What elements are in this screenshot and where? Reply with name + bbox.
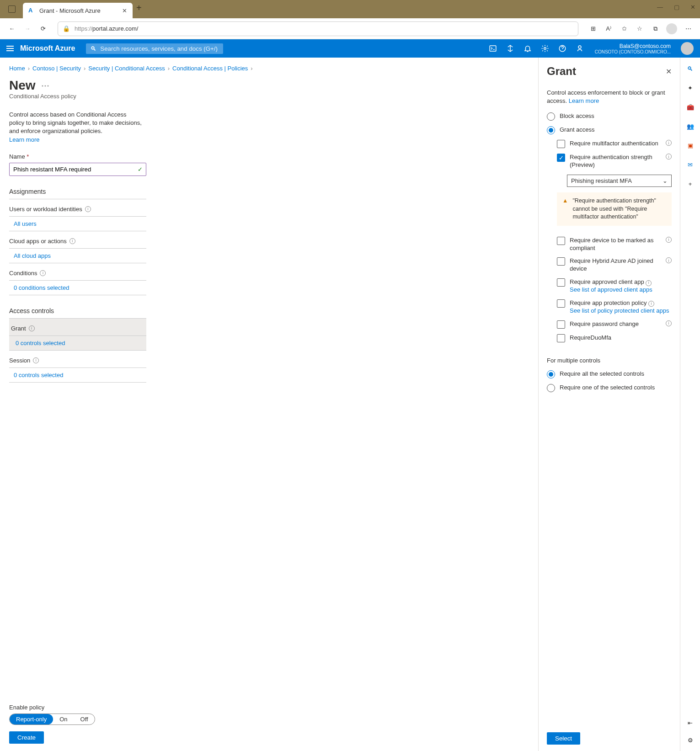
profile-avatar[interactable] [666,23,677,34]
new-tab-button[interactable]: + [136,3,142,13]
grant-learn-more[interactable]: Learn more [569,97,599,104]
enable-policy-toggle[interactable]: Report-only On Off [9,714,95,725]
create-button[interactable]: Create [9,731,44,744]
right-rail: 🔍︎ ✦ 🧰 👥 ▣ ✉ + ⇤ ⚙ [680,58,700,751]
app-protection-checkbox[interactable] [557,299,565,308]
cloud-shell-icon[interactable] [489,44,497,53]
favorites-bar-icon[interactable]: ☆ [635,24,644,33]
block-radio[interactable] [547,112,555,121]
info-icon[interactable]: i [666,237,672,243]
conditions-row[interactable]: Conditionsi [9,263,146,281]
info-icon[interactable]: i [40,270,46,276]
grant-radio[interactable] [547,126,555,134]
check-icon: ✓ [138,166,143,173]
rail-add-icon[interactable]: + [685,178,696,189]
breadcrumb-policies[interactable]: Conditional Access | Policies [172,65,248,72]
rail-settings-icon[interactable]: ⚙ [685,735,696,746]
url-input[interactable]: 🔒 https://portal.azure.com/ [58,21,578,36]
more-icon[interactable]: ⋯ [684,24,693,33]
multi-all-label: Require all the selected controls [560,370,672,378]
auth-strength-select[interactable]: Phishing resistant MFA ⌄ [567,175,672,187]
apps-value[interactable]: All cloud apps [14,252,51,259]
azure-brand[interactable]: Microsoft Azure [20,44,75,53]
multi-all-radio[interactable] [547,370,555,378]
svg-point-1 [544,48,546,50]
refresh-icon[interactable]: ⟳ [38,24,48,33]
app-protection-label: Require app protection policy [570,299,647,306]
mfa-checkbox[interactable] [557,140,565,148]
rail-people-icon[interactable]: 👥 [685,121,696,132]
users-value[interactable]: All users [14,220,37,227]
menu-icon[interactable] [6,46,14,51]
info-icon[interactable]: i [648,301,654,307]
info-icon[interactable]: i [666,257,672,263]
rail-office-icon[interactable]: ▣ [685,140,696,151]
info-icon[interactable]: i [85,206,91,212]
toggle-off[interactable]: Off [74,714,95,724]
svg-point-3 [578,46,581,48]
user-info[interactable]: BalaS@contoso.com CONSOTO (CONTOSO.ONMIC… [595,43,671,54]
help-icon[interactable] [558,44,566,53]
rail-outlook-icon[interactable]: ✉ [685,159,696,170]
toggle-on[interactable]: On [53,714,74,724]
read-aloud-icon[interactable]: A⁾ [604,24,613,33]
grant-value[interactable]: 0 controls selected [16,340,65,346]
select-button[interactable]: Select [547,732,580,745]
password-checkbox[interactable] [557,320,565,329]
users-row[interactable]: Users or workload identitiesi [9,199,146,217]
extensions-icon[interactable]: ⊞ [588,24,598,33]
close-tab-icon[interactable]: ✕ [122,7,127,14]
app-protection-link[interactable]: See list of policy protected client apps [570,307,669,314]
auth-strength-checkbox[interactable]: ✓ [557,154,565,162]
search-input[interactable] [100,45,219,52]
session-row[interactable]: Sessioni [9,351,146,368]
info-icon[interactable]: i [33,357,39,363]
assignments-header: Assignments [9,188,146,199]
user-avatar[interactable] [681,42,694,55]
close-window-icon[interactable]: ✕ [690,4,695,11]
client-app-checkbox[interactable] [557,278,565,287]
page-actions-icon[interactable]: ⋯ [41,80,49,91]
apps-row[interactable]: Cloud apps or actionsi [9,231,146,249]
rail-collapse-icon[interactable]: ⇤ [685,717,696,728]
multi-one-radio[interactable] [547,384,555,392]
breadcrumb-contoso[interactable]: Contoso | Security [32,65,81,72]
close-panel-icon[interactable]: ✕ [666,67,672,76]
rail-tools-icon[interactable]: 🧰 [685,101,696,112]
favorite-icon[interactable]: ✩ [620,24,629,33]
browser-tab[interactable]: A Grant - Microsoft Azure ✕ [23,3,133,18]
client-app-link[interactable]: See list of approved client apps [570,286,652,293]
toggle-report-only[interactable]: Report-only [10,714,53,724]
directories-icon[interactable] [506,44,514,53]
info-icon[interactable]: i [29,325,35,331]
tabs-icon[interactable] [8,5,16,13]
learn-more-link[interactable]: Learn more [9,136,39,143]
breadcrumb-security[interactable]: Security | Conditional Access [88,65,165,72]
session-value[interactable]: 0 controls selected [14,372,63,378]
conditions-value[interactable]: 0 conditions selected [14,284,69,291]
compliant-checkbox[interactable] [557,237,565,245]
compliant-label: Require device to be marked as compliant [570,237,661,252]
password-label: Require password change [570,320,661,328]
info-icon[interactable]: i [69,238,75,244]
hybrid-checkbox[interactable] [557,257,565,266]
info-icon[interactable]: i [646,280,652,286]
duo-checkbox[interactable] [557,334,565,342]
maximize-icon[interactable]: ▢ [674,4,679,11]
notifications-icon[interactable] [524,44,532,53]
global-search[interactable]: 🔍︎ [86,43,223,54]
settings-icon[interactable] [541,44,549,53]
grant-row[interactable]: Granti [9,319,146,336]
collections-icon[interactable]: ⧉ [651,24,660,33]
client-app-label: Require approved client app [570,278,644,285]
feedback-icon[interactable] [576,44,584,53]
back-icon[interactable]: ← [7,24,16,33]
rail-copilot-icon[interactable]: ✦ [685,82,696,93]
info-icon[interactable]: i [666,320,672,326]
info-icon[interactable]: i [666,154,672,160]
breadcrumb-home[interactable]: Home [9,65,25,72]
minimize-icon[interactable]: — [657,4,663,11]
policy-name-input[interactable] [9,163,146,176]
rail-search-icon[interactable]: 🔍︎ [685,63,696,74]
info-icon[interactable]: i [666,140,672,146]
